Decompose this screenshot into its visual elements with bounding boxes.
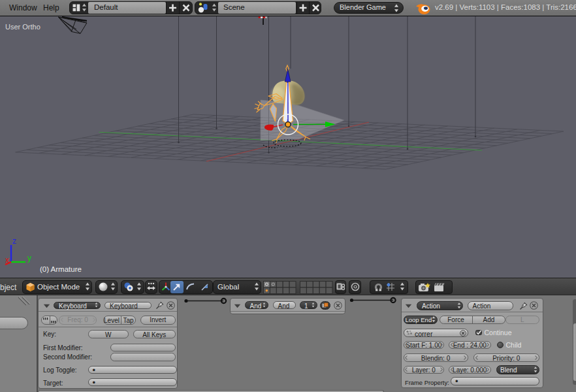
svg-text:y: y bbox=[27, 253, 31, 263]
svg-text:z: z bbox=[12, 237, 16, 246]
svg-text:x: x bbox=[5, 255, 9, 265]
